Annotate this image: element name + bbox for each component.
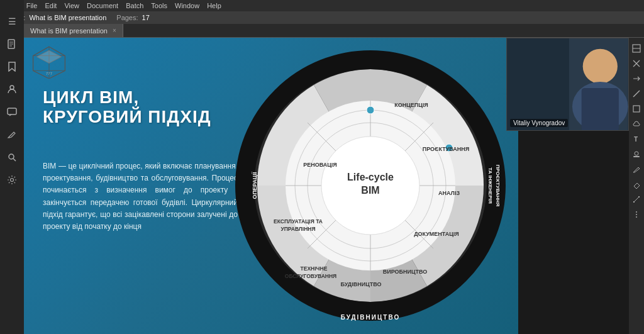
sidebar-icon-search[interactable] xyxy=(3,148,21,166)
svg-text:BIM: BIM xyxy=(361,185,379,196)
svg-text:УПРАВЛІННЯ: УПРАВЛІННЯ xyxy=(280,226,315,232)
file-name: What is BIM presentation xyxy=(29,14,106,21)
svg-point-63 xyxy=(636,214,637,215)
sidebar-icon-bookmark[interactable] xyxy=(3,58,21,75)
svg-text:АНАЛІЗ: АНАЛІЗ xyxy=(438,190,460,196)
video-feed: Vitaliy Vynogradov xyxy=(507,38,628,130)
tab-bar: What is BIM presentation × xyxy=(24,24,644,38)
right-tool-measure[interactable] xyxy=(631,194,642,205)
svg-text:БУДІВНИЦТВО: БУДІВНИЦТВО xyxy=(340,281,381,287)
svg-point-64 xyxy=(636,216,637,218)
sidebar-icon-markup[interactable] xyxy=(3,126,21,143)
sidebar-icon-user[interactable] xyxy=(3,81,21,98)
svg-text:ЕКСПЛУАТАЦІЯ ТА: ЕКСПЛУАТАЦІЯ ТА xyxy=(274,218,323,225)
menu-batch[interactable]: Batch xyxy=(126,2,143,9)
svg-line-59 xyxy=(633,196,640,203)
slide-area: 777 ЦИКЛ ВІМ, КРУГОВИЙ ПІДХІД BIM — це ц… xyxy=(24,38,518,334)
menu-view[interactable]: View xyxy=(64,2,79,9)
title-line2: КРУГОВИЙ ПІДХІД xyxy=(43,108,211,127)
svg-text:ТА ІНЖЕНЕРІЯ: ТА ІНЖЕНЕРІЯ xyxy=(487,167,493,204)
sidebar-icon-comments[interactable] xyxy=(3,103,21,121)
document-tab[interactable]: What is BIM presentation × xyxy=(24,24,123,37)
svg-text:ПРОЄКТУВАННЯ: ПРОЄКТУВАННЯ xyxy=(495,165,501,207)
video-person-name: Vitaliy Vynogradov xyxy=(510,119,568,127)
svg-text:ТЕХНІЧНЕ: ТЕХНІЧНЕ xyxy=(301,265,328,272)
pages-count: 17 xyxy=(142,14,150,21)
svg-point-46 xyxy=(583,49,618,84)
svg-rect-49 xyxy=(507,38,569,130)
menu-document[interactable]: Document xyxy=(87,2,118,9)
video-panel: Vitaliy Vynogradov xyxy=(506,38,629,131)
svg-rect-55 xyxy=(633,106,640,112)
title-line1: ЦИКЛ ВІМ, xyxy=(43,88,211,108)
svg-point-6 xyxy=(9,154,14,159)
svg-point-25 xyxy=(367,106,374,114)
svg-text:ДОКУМЕНТАЦІЯ: ДОКУМЕНТАЦІЯ xyxy=(414,231,459,237)
svg-point-8 xyxy=(11,179,14,182)
logo-area: 777 xyxy=(30,44,74,82)
svg-rect-5 xyxy=(8,108,16,114)
sidebar-icon-menu[interactable]: ☰ xyxy=(3,13,21,30)
svg-rect-48 xyxy=(582,88,619,130)
svg-line-7 xyxy=(13,159,16,161)
svg-rect-58 xyxy=(633,156,640,157)
svg-text:РЕНОВАЦІЯ: РЕНОВАЦІЯ xyxy=(303,162,337,168)
svg-text:КОНЦЕПЦІЯ: КОНЦЕПЦІЯ xyxy=(394,102,428,108)
tab-close-button[interactable]: × xyxy=(113,27,116,34)
slide-body-text: BIM — це циклічний процес, який включає … xyxy=(43,160,238,233)
main-content: 777 ЦИКЛ ВІМ, КРУГОВИЙ ПІДХІД BIM — це ц… xyxy=(24,38,518,334)
svg-point-62 xyxy=(636,211,637,213)
menu-bar: Revu File Edit View Document Batch Tools… xyxy=(0,0,644,11)
right-tool-eraser[interactable] xyxy=(631,179,642,190)
svg-text:Life-cycle: Life-cycle xyxy=(347,172,394,182)
svg-text:ВИРОБНИЦТВО: ВИРОБНИЦТВО xyxy=(383,269,428,275)
svg-text:ПРОЄКТУВАННЯ: ПРОЄКТУВАННЯ xyxy=(423,146,470,152)
menu-tools[interactable]: Tools xyxy=(151,2,167,9)
svg-text:ОПЕРАЦІЇ: ОПЕРАЦІЇ xyxy=(252,172,258,199)
right-tool-arrow[interactable] xyxy=(631,73,642,84)
right-tools-panel: T xyxy=(629,38,644,334)
sidebar-icon-settings[interactable] xyxy=(3,171,21,189)
pages-label: Pages: xyxy=(116,14,138,21)
right-tool-cloud[interactable] xyxy=(631,118,642,130)
svg-text:ОБСЛУГОВУВАННЯ: ОБСЛУГОВУВАННЯ xyxy=(285,273,336,279)
svg-line-54 xyxy=(633,91,640,97)
right-tool-stamp[interactable] xyxy=(631,148,642,160)
right-tool-pen[interactable] xyxy=(631,164,642,175)
right-tool-line[interactable] xyxy=(631,88,642,99)
right-tool-2[interactable] xyxy=(631,58,642,69)
menu-file[interactable]: File xyxy=(26,2,38,9)
svg-point-4 xyxy=(10,86,14,89)
slide-title: ЦИКЛ ВІМ, КРУГОВИЙ ПІДХІД xyxy=(43,88,211,127)
tab-label: What is BIM presentation xyxy=(30,27,108,35)
menu-edit[interactable]: Edit xyxy=(45,2,57,9)
right-tool-text[interactable]: T xyxy=(631,133,642,145)
svg-text:777: 777 xyxy=(46,72,52,75)
bim-diagram: Life-cycle BIM ОПЕРАЦІЇ ПРОЄКТУВАННЯ ТА … xyxy=(235,50,506,321)
svg-text:БУДІВНИЦТВО: БУДІВНИЦТВО xyxy=(341,314,400,321)
sidebar-icon-page[interactable] xyxy=(3,35,21,53)
svg-text:T: T xyxy=(634,136,638,143)
menu-window[interactable]: Window xyxy=(175,2,199,9)
svg-point-57 xyxy=(635,152,638,155)
right-tool-1[interactable] xyxy=(631,43,642,54)
left-sidebar: ☰ xyxy=(0,0,24,334)
svg-marker-13 xyxy=(37,50,62,63)
right-tool-more[interactable] xyxy=(631,209,642,220)
menu-help[interactable]: Help xyxy=(207,2,221,9)
name-bar: Name: What is BIM presentation Pages: 17 xyxy=(0,11,644,24)
right-tool-rect[interactable] xyxy=(631,103,642,114)
